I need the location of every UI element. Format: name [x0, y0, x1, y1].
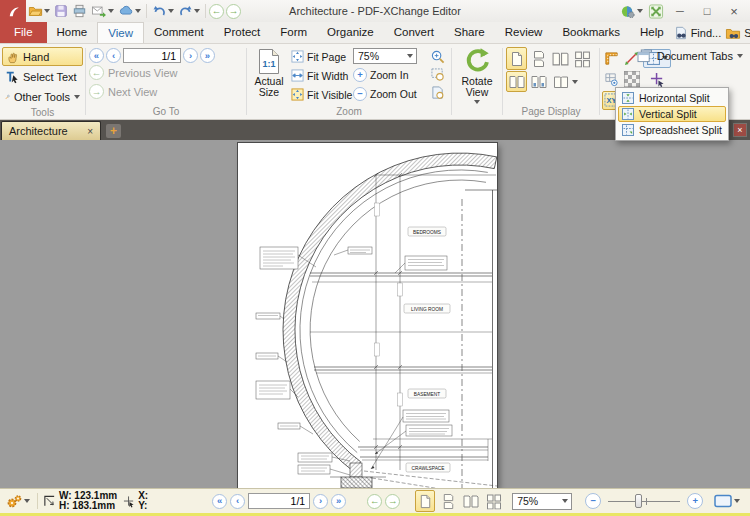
status-options-dropdown-arrow[interactable]	[24, 499, 30, 503]
tab-organize[interactable]: Organize	[317, 22, 384, 43]
document-view[interactable]: BEDROOMS LIVING ROOM BASEMENT CRAWLSPACE	[0, 140, 750, 488]
email-dropdown-arrow[interactable]	[108, 9, 114, 13]
ui-options-dropdown-arrow[interactable]	[637, 9, 643, 13]
status-continuous-button[interactable]	[438, 490, 458, 512]
status-next-page-button[interactable]: ›	[313, 494, 328, 509]
page-number-field[interactable]	[123, 48, 181, 63]
tab-home[interactable]: Home	[47, 22, 98, 43]
show-grid-button[interactable]	[604, 72, 619, 87]
status-two-pages-continuous-button[interactable]	[484, 490, 504, 512]
email-button[interactable]	[89, 1, 116, 21]
single-page-button[interactable]	[506, 47, 527, 70]
undo-button[interactable]	[150, 1, 176, 21]
fit-page-button[interactable]: Fit Page	[291, 47, 353, 66]
history-forward-button[interactable]: →	[226, 4, 241, 19]
status-last-page-button[interactable]: »	[331, 494, 346, 509]
view-mode-button[interactable]	[712, 491, 742, 511]
open-dropdown-arrow[interactable]	[44, 9, 50, 13]
tab-view[interactable]: View	[97, 22, 144, 43]
document-tabs-button[interactable]: Document Tabs	[637, 49, 743, 63]
close-button[interactable]: ×	[721, 2, 747, 20]
status-previous-view-button[interactable]: ←	[367, 494, 382, 509]
previous-view-button[interactable]: ← Previous View	[86, 63, 246, 82]
tab-comment[interactable]: Comment	[144, 22, 214, 43]
cloud-share-button[interactable]	[116, 1, 143, 21]
tab-review[interactable]: Review	[495, 22, 553, 43]
tab-file[interactable]: File	[0, 22, 47, 43]
tab-bookmarks[interactable]: Bookmarks	[552, 22, 630, 43]
next-view-button[interactable]: → Next View	[86, 82, 246, 101]
redo-button[interactable]	[176, 1, 202, 21]
zoom-level-combo[interactable]: 75%	[353, 48, 417, 64]
last-page-button[interactable]: »	[200, 48, 215, 63]
right-to-left-button[interactable]	[528, 71, 549, 92]
actual-size-button[interactable]: 1:1 Actual Size	[247, 46, 291, 106]
two-pages-continuous-button[interactable]	[572, 47, 593, 70]
book-view-button[interactable]	[550, 71, 571, 92]
first-page-button[interactable]: «	[89, 48, 104, 63]
status-previous-page-button[interactable]: ‹	[230, 494, 245, 509]
undo-dropdown-arrow[interactable]	[168, 9, 174, 13]
zoom-slider[interactable]	[608, 493, 680, 509]
pdf-page[interactable]: BEDROOMS LIVING ROOM BASEMENT CRAWLSPACE	[238, 143, 497, 488]
fullscreen-button[interactable]	[646, 1, 666, 21]
other-tools-dropdown-arrow[interactable]	[74, 95, 80, 99]
print-button[interactable]	[70, 1, 89, 21]
tab-form[interactable]: Form	[270, 22, 317, 43]
zoom-tool-button[interactable]	[429, 48, 446, 65]
redo-dropdown-arrow[interactable]	[194, 9, 200, 13]
tab-protect[interactable]: Protect	[214, 22, 270, 43]
rotate-view-dropdown-arrow[interactable]	[474, 100, 480, 104]
new-tab-button[interactable]: +	[106, 124, 121, 138]
status-page-number-field[interactable]	[248, 493, 310, 509]
document-tab-architecture[interactable]: Architecture ×	[1, 121, 101, 140]
status-zoom-combo[interactable]: 75%	[512, 493, 572, 510]
rulers-button[interactable]	[604, 51, 619, 66]
menu-item-spreadsheet-split[interactable]: Spreadsheet Split	[618, 122, 726, 138]
show-cover-page-button[interactable]	[506, 71, 527, 92]
previous-page-button[interactable]: ‹	[106, 48, 121, 63]
status-zoom-dropdown-arrow[interactable]	[562, 499, 568, 503]
status-single-page-button[interactable]	[415, 490, 435, 512]
continuous-button[interactable]	[528, 47, 549, 70]
status-zoom-in-button[interactable]: +	[687, 493, 703, 509]
hand-tool-button[interactable]: Hand	[2, 47, 83, 66]
search-button[interactable]: Search...	[725, 26, 750, 40]
status-next-view-button[interactable]: →	[385, 494, 400, 509]
find-button[interactable]: Find...	[674, 26, 722, 40]
other-tools-button[interactable]: Other Tools	[2, 87, 83, 106]
next-page-button[interactable]: ›	[183, 48, 198, 63]
minimize-button[interactable]: ─	[667, 2, 693, 20]
fit-visible-button[interactable]: Fit Visible	[291, 85, 353, 104]
fit-width-button[interactable]: Fit Width	[291, 66, 353, 85]
close-document-button[interactable]: ×	[733, 123, 747, 137]
status-options-button[interactable]	[4, 491, 32, 511]
transparency-grid-button[interactable]	[624, 71, 640, 87]
snap-button[interactable]	[650, 72, 665, 87]
save-button[interactable]	[52, 1, 70, 21]
zoom-combo-dropdown-arrow[interactable]	[407, 54, 413, 58]
loupe-tool-button[interactable]	[429, 84, 446, 101]
tab-share[interactable]: Share	[444, 22, 495, 43]
maximize-button[interactable]: □	[694, 2, 720, 20]
status-two-pages-button[interactable]	[461, 490, 481, 512]
cloud-dropdown-arrow[interactable]	[135, 9, 141, 13]
menu-item-vertical-split[interactable]: Vertical Split	[618, 106, 726, 122]
zoom-slider-thumb[interactable]	[635, 494, 642, 508]
two-pages-button[interactable]	[550, 47, 571, 70]
tab-help[interactable]: Help	[630, 22, 674, 43]
zoom-in-button[interactable]: + Zoom In	[353, 65, 429, 84]
ui-options-button[interactable]	[618, 1, 645, 21]
page-display-dropdown-arrow[interactable]	[572, 80, 578, 84]
zoom-out-button[interactable]: − Zoom Out	[353, 84, 429, 103]
rotate-view-button[interactable]: Rotate View	[452, 44, 502, 119]
view-mode-dropdown-arrow[interactable]	[734, 499, 740, 503]
marquee-zoom-button[interactable]	[429, 66, 446, 83]
status-zoom-out-button[interactable]: −	[585, 493, 601, 509]
select-text-button[interactable]: Select Text	[2, 67, 83, 86]
tab-close-icon[interactable]: ×	[77, 126, 93, 137]
open-button[interactable]	[26, 1, 52, 21]
menu-item-horizontal-split[interactable]: Horizontal Split	[618, 90, 726, 106]
document-tabs-dropdown-arrow[interactable]	[737, 54, 743, 58]
history-back-button[interactable]: ←	[209, 4, 224, 19]
